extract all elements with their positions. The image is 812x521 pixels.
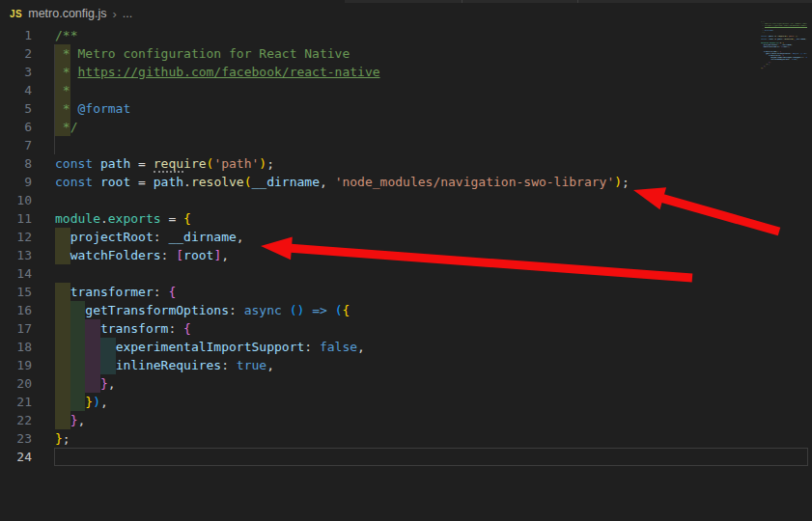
code-token: [55, 395, 85, 409]
code-line-18[interactable]: experimentalImportSupport: false,: [55, 338, 754, 356]
code-line-23[interactable]: };: [55, 429, 754, 448]
code-line-7[interactable]: [55, 136, 754, 154]
code-token: }: [55, 431, 63, 446]
code-editor[interactable]: /** * Metro configuration for React Nati…: [55, 26, 754, 466]
code-token: @format: [77, 101, 130, 116]
code-token: {: [183, 211, 191, 226]
code-token: true: [237, 358, 266, 372]
line-number[interactable]: 15: [0, 283, 32, 301]
code-token: transform: [100, 321, 168, 336]
code-token: {: [342, 303, 350, 317]
code-token: [93, 156, 100, 171]
code-line-14[interactable]: [55, 264, 754, 283]
code-token: async: [244, 303, 282, 317]
line-number[interactable]: 8: [0, 154, 32, 173]
code-token: *: [55, 101, 77, 116]
code-line-21[interactable]: }),: [55, 393, 754, 411]
code-token: const: [55, 156, 93, 171]
line-number[interactable]: 3: [0, 63, 32, 81]
code-token: ,: [320, 175, 335, 189]
line-number[interactable]: 9: [0, 173, 32, 191]
code-token: :: [168, 321, 183, 336]
line-number[interactable]: 1: [0, 26, 32, 44]
code-line-12[interactable]: projectRoot: __dirname,: [55, 228, 754, 246]
code-token: https://github.com/facebook/react-native: [77, 65, 379, 79]
code-token: *: [55, 65, 77, 79]
code-token: (): [290, 303, 305, 317]
code-line-20[interactable]: },: [55, 374, 754, 393]
code-line-11[interactable]: module.exports = {: [55, 209, 754, 228]
line-number[interactable]: 10: [0, 191, 32, 209]
code-token: {: [168, 285, 176, 299]
line-number[interactable]: 5: [0, 99, 32, 118]
code-token: resolve: [191, 175, 244, 189]
code-line-3[interactable]: * https://github.com/facebook/react-nati…: [55, 63, 754, 81]
tab-separator: [577, 0, 578, 3]
code-line-13[interactable]: watchFolders: [root],: [55, 246, 754, 264]
code-token: [304, 303, 312, 317]
code-token: 'node_modules/navigation-swo-library': [335, 175, 615, 189]
code-token: :: [154, 230, 169, 244]
line-number[interactable]: 20: [0, 374, 32, 393]
code-token: [55, 230, 70, 244]
line-number[interactable]: 11: [0, 209, 32, 228]
code-line-10[interactable]: [55, 191, 754, 209]
code-token: ,: [108, 376, 116, 391]
tab-separator: [462, 0, 462, 3]
code-line-19[interactable]: inlineRequires: true,: [55, 356, 754, 374]
minimap[interactable]: /** * Metro configuration for React Nati…: [761, 21, 807, 79]
code-token: */: [55, 120, 77, 134]
minimap-line: * https://github.com/facebook/react-nati…: [761, 25, 807, 27]
code-token: path: [100, 156, 130, 171]
code-line-4[interactable]: *: [55, 81, 754, 99]
code-token: ): [259, 156, 266, 171]
code-token: requ: [154, 156, 183, 173]
code-token: [55, 358, 116, 372]
code-line-22[interactable]: },: [55, 411, 754, 429]
code-token: 'path': [213, 156, 259, 171]
code-line-15[interactable]: transformer: {: [55, 283, 754, 301]
code-line-1[interactable]: /**: [55, 26, 754, 44]
code-token: ,: [266, 358, 274, 372]
code-token: [55, 413, 70, 427]
code-token: inlineRequires: [116, 358, 222, 372]
line-number[interactable]: 18: [0, 338, 32, 356]
line-number[interactable]: 16: [0, 301, 32, 319]
line-number[interactable]: 12: [0, 228, 32, 246]
line-number[interactable]: 4: [0, 81, 32, 99]
code-line-17[interactable]: transform: {: [55, 319, 754, 338]
line-number[interactable]: 21: [0, 393, 32, 411]
line-number[interactable]: 6: [0, 118, 32, 136]
editor-gutter[interactable]: 123456789101112131415161718192021222324: [0, 26, 32, 466]
code-line-8[interactable]: const path = require('path');: [55, 154, 754, 173]
line-number[interactable]: 24: [0, 448, 32, 466]
breadcrumb-file-name[interactable]: metro.config.js: [28, 7, 106, 20]
code-token: [55, 285, 70, 299]
code-token: .: [100, 211, 108, 226]
line-number[interactable]: 7: [0, 136, 32, 154]
line-number[interactable]: 23: [0, 429, 32, 448]
code-token: [55, 303, 85, 317]
code-token: :: [304, 340, 320, 354]
code-token: [55, 321, 100, 336]
code-line-2[interactable]: * Metro configuration for React Native: [55, 44, 754, 63]
line-number[interactable]: 13: [0, 246, 32, 264]
code-token: __dirname: [168, 230, 236, 244]
code-line-6[interactable]: */: [55, 118, 754, 136]
code-token: }: [85, 395, 93, 409]
breadcrumb-symbol-ellipsis[interactable]: ...: [123, 7, 132, 20]
code-token: ,: [357, 340, 365, 354]
line-number[interactable]: 22: [0, 411, 32, 429]
line-number[interactable]: 17: [0, 319, 32, 338]
code-token: *: [55, 83, 70, 97]
line-number[interactable]: 14: [0, 264, 32, 283]
line-number[interactable]: 2: [0, 44, 32, 63]
code-token: ;: [266, 156, 274, 171]
line-number[interactable]: 19: [0, 356, 32, 374]
code-line-5[interactable]: * @format: [55, 99, 754, 118]
code-token: [282, 303, 290, 317]
code-token: ire: [183, 156, 206, 171]
code-line-16[interactable]: getTransformOptions: async () => ({: [55, 301, 754, 319]
code-line-9[interactable]: const root = path.resolve(__dirname, 'no…: [55, 173, 754, 191]
code-token: /**: [55, 28, 77, 42]
